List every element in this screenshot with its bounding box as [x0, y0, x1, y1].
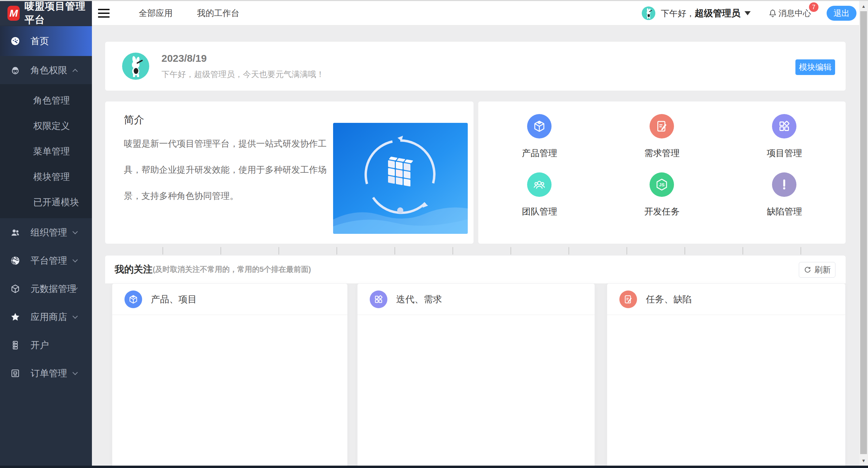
welcome-avatar [122, 53, 149, 80]
sidebar-item-organization[interactable]: 组织管理 [0, 218, 92, 246]
account-icon [10, 340, 20, 350]
user-cluster: 下午好，超级管理员 消息中心 7 退出 [642, 1, 856, 25]
scroll-up-button[interactable]: ▲ [859, 1, 868, 11]
sidebar-item-label: 应用商店 [31, 311, 67, 323]
module-requirement-management[interactable]: 需求管理 [601, 114, 723, 172]
chevron-down-icon [73, 314, 78, 319]
svg-text:JS: JS [659, 182, 664, 187]
module-label: 团队管理 [522, 206, 557, 218]
sidebar-item-label: 角色权限 [31, 64, 67, 76]
refresh-button[interactable]: 刷新 [799, 262, 835, 278]
sidebar-subitem-permission-definition[interactable]: 权限定义 [0, 113, 92, 138]
follow-card-task-defect[interactable]: 任务、缺陷 [607, 283, 846, 468]
nav-all-apps[interactable]: 全部应用 [139, 7, 173, 19]
scroll-down-button[interactable]: ▼ [859, 455, 868, 466]
scrollbar-thumb[interactable] [860, 11, 867, 454]
sidebar-subitem-role-management[interactable]: 角色管理 [0, 88, 92, 113]
sidebar-item-label: 首页 [31, 35, 49, 47]
window-top-edge [0, 0, 868, 1]
sidebar-item-label: 元数据管理 [31, 283, 76, 295]
welcome-date: 2023/8/19 [161, 53, 324, 64]
chevron-down-icon [73, 257, 78, 263]
main-content: 2023/8/19 下午好，超级管理员，今天也要元气满满哦！ 模块编辑 简介 唛… [92, 25, 868, 468]
welcome-card: 2023/8/19 下午好，超级管理员，今天也要元气满满哦！ 模块编辑 [105, 42, 846, 91]
platform-icon [10, 256, 20, 266]
sidebar-item-metadata[interactable]: 元数据管理 [0, 275, 92, 303]
follow-card-product-project[interactable]: 产品、项目 [112, 283, 348, 468]
follow-card-label: 产品、项目 [151, 293, 197, 305]
sidebar-item-home[interactable]: 首页 [0, 26, 92, 56]
follow-card-header: 任务、缺陷 [607, 284, 845, 315]
module-edit-button[interactable]: 模块编辑 [795, 59, 835, 75]
follow-card-header: 产品、项目 [112, 284, 347, 315]
message-center-button[interactable]: 消息中心 7 [768, 8, 811, 19]
bell-icon [768, 9, 777, 18]
top-navigation: 全部应用 我的工作台 [139, 7, 239, 19]
sidebar-item-role-permission[interactable]: 角色权限 [0, 56, 92, 84]
order-icon [10, 368, 20, 378]
rabbit-avatar-icon [643, 7, 654, 19]
sidebar-subitem-module-management[interactable]: 模块管理 [0, 164, 92, 189]
project-grid-icon [772, 114, 796, 138]
organization-icon [10, 227, 20, 238]
module-dev-task[interactable]: JS 开发任务 [601, 172, 723, 231]
refresh-label: 刷新 [814, 264, 831, 275]
team-icon [527, 172, 552, 197]
module-defect-management[interactable]: 缺陷管理 [723, 172, 846, 231]
logout-button[interactable]: 退出 [827, 6, 856, 21]
module-grid: 产品管理 需求管理 [478, 101, 846, 231]
module-label: 缺陷管理 [767, 206, 802, 218]
greeting-prefix: 下午好， [661, 8, 695, 18]
refresh-icon [804, 266, 812, 274]
brand-area: M 唛盟项目管理平台 [0, 1, 92, 25]
chevron-up-icon [73, 69, 78, 74]
hamburger-menu-icon[interactable] [98, 9, 110, 18]
sidebar-item-label: 开户 [31, 339, 49, 351]
message-count-badge: 7 [809, 2, 818, 12]
window-bottom-edge [0, 466, 868, 468]
chevron-down-icon [73, 229, 78, 235]
top-header: 全部应用 我的工作台 下午好，超级管理员 [92, 1, 868, 25]
sidebar-item-label: 组织管理 [31, 226, 67, 239]
welcome-text: 2023/8/19 下午好，超级管理员，今天也要元气满满哦！ [161, 53, 324, 80]
sidebar-item-orders[interactable]: 订单管理 [0, 359, 92, 387]
module-label: 需求管理 [644, 147, 679, 159]
dev-task-js-icon: JS [650, 172, 674, 197]
intro-body: 唛盟是新一代项目管理平台，提供一站式研发协作工具，帮助企业提升研发效能，使用于多… [124, 131, 331, 209]
module-label: 开发任务 [644, 206, 679, 218]
module-team-management[interactable]: 团队管理 [478, 172, 601, 231]
role-permission-icon [10, 65, 20, 75]
sidebar-subitem-menu-management[interactable]: 菜单管理 [0, 138, 92, 164]
sidebar-item-platform[interactable]: 平台管理 [0, 246, 92, 275]
cube-cycle-illustration [333, 123, 468, 234]
sidebar-item-open-account[interactable]: 开户 [0, 331, 92, 359]
sidebar-submenu-role: 角色管理 权限定义 菜单管理 模块管理 已开通模块 [0, 84, 92, 218]
app-screen: M 唛盟项目管理平台 全部应用 我的工作台 下午好，超级管理员 [0, 0, 868, 468]
product-cube-icon [124, 291, 142, 308]
module-product-management[interactable]: 产品管理 [478, 114, 601, 172]
intro-card: 简介 唛盟是新一代项目管理平台，提供一站式研发协作工具，帮助企业提升研发效能，使… [105, 101, 474, 244]
sidebar-item-label: 平台管理 [31, 255, 67, 267]
module-project-management[interactable]: 项目管理 [723, 114, 846, 172]
user-greeting[interactable]: 下午好，超级管理员 [661, 7, 740, 19]
project-grid-icon [370, 291, 387, 308]
sidebar-item-app-store[interactable]: 应用商店 [0, 303, 92, 331]
welcome-message: 下午好，超级管理员，今天也要元气满满哦！ [161, 69, 324, 80]
vertical-scrollbar[interactable]: ▲ ▼ [859, 1, 868, 468]
follow-card-iteration-requirement[interactable]: 迭代、需求 [357, 283, 595, 468]
module-label: 项目管理 [767, 147, 802, 159]
message-center-label: 消息中心 [778, 8, 811, 19]
sidebar-item-label: 订单管理 [31, 367, 67, 379]
follow-card-label: 任务、缺陷 [646, 293, 692, 305]
chevron-down-icon[interactable] [745, 11, 751, 15]
grid-column-guides [105, 247, 846, 255]
product-cube-icon [527, 114, 552, 138]
user-avatar[interactable] [642, 6, 655, 20]
brand-logo: M [7, 6, 20, 21]
follow-section-header: 我的关注 (及时取消关注不常用的，常用的5个排在最前面) 刷新 [105, 256, 846, 283]
rabbit-avatar-icon [124, 55, 147, 78]
requirement-doc-icon [619, 291, 637, 308]
nav-my-workbench[interactable]: 我的工作台 [197, 7, 239, 19]
app-store-icon [10, 312, 20, 322]
sidebar-subitem-opened-modules[interactable]: 已开通模块 [0, 189, 92, 215]
